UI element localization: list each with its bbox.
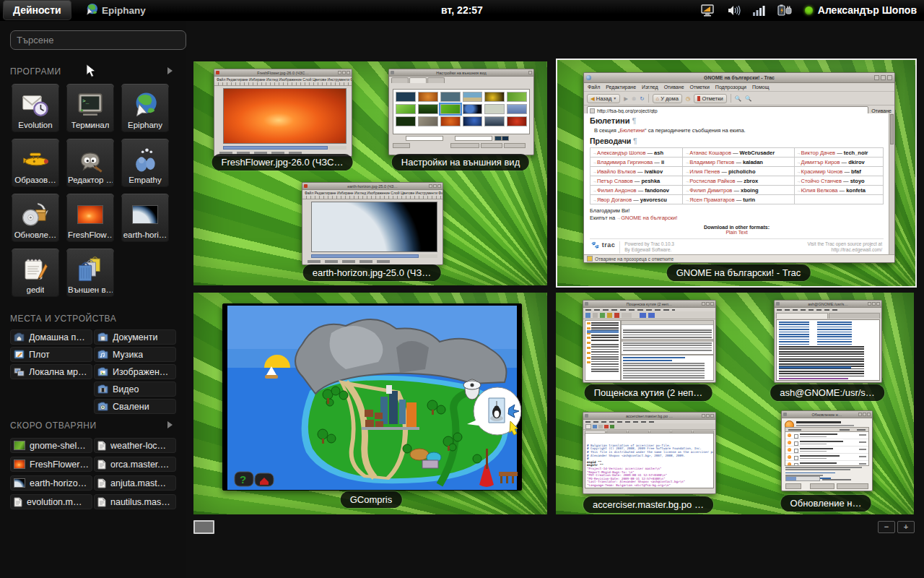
back-button[interactable]: ◀Назад▼ xyxy=(587,94,620,103)
app-tile-empathy[interactable]: Empathy xyxy=(121,139,169,187)
window-terminal[interactable]: ash@GNOME:/usr/s… xyxy=(774,300,882,383)
wallpaper-thumb[interactable] xyxy=(484,104,505,114)
programs-expand-icon[interactable] xyxy=(167,67,173,74)
app-tile-gcompris[interactable]: Образов… xyxy=(12,139,59,187)
edgewall-link[interactable]: http://trac.edgewall.com/ xyxy=(832,247,882,252)
wallpaper-thumb[interactable] xyxy=(396,116,416,126)
recent-item[interactable]: evolution.m… xyxy=(10,494,92,509)
go-button[interactable]: Отиване xyxy=(871,108,892,113)
menu-help[interactable]: Помощ xyxy=(752,85,769,90)
window-evolution-mailbox[interactable]: Пощенска кутия (2 неп… xyxy=(583,300,716,383)
translator-link[interactable]: Филип Андонов xyxy=(597,187,637,194)
translator-link[interactable]: Красимир Чонов xyxy=(801,168,843,175)
wallpaper-thumb[interactable] xyxy=(463,104,483,114)
window-gedit-pofile[interactable]: accerciser.master.bg.po … # Bulgarian tr… xyxy=(583,412,716,494)
remove-workspace-button[interactable]: − xyxy=(878,521,895,533)
recent-item[interactable]: FreshFlower… xyxy=(10,457,92,472)
menu-go[interactable]: Отиване xyxy=(664,85,684,90)
wallpaper-thumb[interactable] xyxy=(484,92,505,102)
add-workspace-button[interactable]: + xyxy=(897,521,915,533)
volume-icon[interactable] xyxy=(727,4,741,17)
translator-link[interactable]: Ясен Праматаров xyxy=(689,197,734,203)
wallpaper-thumb[interactable] xyxy=(440,116,461,126)
translator-link[interactable]: Димитър Киров xyxy=(801,159,840,165)
translator-link[interactable]: Атанас Кошаров xyxy=(689,150,731,156)
activities-button[interactable]: Дейности xyxy=(3,0,71,20)
user-menu[interactable]: Александър Шопов xyxy=(805,4,917,16)
wallpaper-thumb[interactable] xyxy=(440,104,461,114)
workspace-indicator[interactable] xyxy=(193,520,214,534)
translator-link[interactable]: Виктор Дачев xyxy=(801,150,835,156)
translator-link[interactable]: Илия Пенев xyxy=(689,168,720,175)
app-tile-epiphany[interactable]: Epiphany xyxy=(121,84,169,132)
wallpaper-thumb[interactable] xyxy=(440,92,461,102)
translator-link[interactable]: Александър Шопов xyxy=(597,150,645,156)
recent-item[interactable]: anjuta.mast… xyxy=(94,475,176,491)
translator-link[interactable]: Юлия Велкова xyxy=(801,187,838,194)
wallpaper-thumb[interactable] xyxy=(507,92,527,102)
app-tile-gedit[interactable]: gedit xyxy=(12,249,59,297)
menu-file[interactable]: Файл xyxy=(588,85,600,90)
translator-link[interactable]: Владимир Петков xyxy=(689,159,734,165)
search-input[interactable] xyxy=(10,30,186,50)
wallpaper-thumb[interactable] xyxy=(463,116,483,126)
place-item-downloads[interactable]: Свалени xyxy=(94,399,176,414)
install-button[interactable] xyxy=(837,483,868,489)
wallpaper-thumb[interactable] xyxy=(396,92,416,102)
translator-link[interactable]: Явор Доганов xyxy=(597,197,632,203)
wallpaper-thumb[interactable] xyxy=(484,116,505,126)
menu-tabs[interactable]: Подпрозорци xyxy=(715,85,746,90)
window-gimp-earth-horizon[interactable]: earth-horizon.jpg-25.0 (ЧЗ… Файл Редакти… xyxy=(302,182,443,265)
place-item-network[interactable]: Локална мр… xyxy=(10,364,92,379)
wallpaper-thumb[interactable] xyxy=(418,104,438,114)
app-tile-software-update[interactable]: Обновле… xyxy=(12,194,59,242)
place-item-pictures[interactable]: Изображен… xyxy=(94,364,176,379)
place-item-documents[interactable]: Документи xyxy=(94,329,176,345)
wallpaper-thumb[interactable] xyxy=(507,104,527,114)
app-tile-terminal[interactable]: >_ Терминал xyxy=(66,84,114,132)
place-item-home[interactable]: Домашна п… xyxy=(10,329,92,345)
app-tile-appearance[interactable]: Външен в… xyxy=(66,249,114,297)
window-gcompris[interactable]: ? xyxy=(222,303,522,491)
wallpaper-thumb[interactable] xyxy=(396,104,416,114)
menu-view[interactable]: Изглед xyxy=(642,85,658,90)
place-item-videos[interactable]: Видео xyxy=(94,381,176,397)
scrollbar[interactable] xyxy=(889,113,894,255)
app-tile-evolution[interactable]: Evolution xyxy=(12,84,59,132)
bulletins-link[interactable]: Бюлетини xyxy=(619,127,645,134)
recent-item[interactable]: nautilus.mas… xyxy=(94,494,176,509)
translator-link[interactable]: Петър Славов xyxy=(597,178,633,184)
plain-text-link[interactable]: Plain Text xyxy=(725,230,747,235)
focused-app-indicator[interactable]: Epiphany xyxy=(85,0,146,20)
wallpaper-thumb[interactable] xyxy=(418,92,438,102)
place-item-desktop[interactable]: Плот xyxy=(10,347,92,362)
window-appearance-settings[interactable]: Настройки на външния вид xyxy=(388,69,534,155)
recent-item[interactable]: orca.master.… xyxy=(94,457,176,472)
wallpaper-thumb[interactable] xyxy=(507,116,527,126)
window-software-updates[interactable]: Обновление н… xyxy=(781,410,873,491)
recent-item[interactable]: weather-loc… xyxy=(94,438,176,453)
window-gimp-freshflower[interactable]: FreshFlower.jpg-26.0 (ЧЗС… Файл Редактир… xyxy=(214,69,352,157)
recent-item[interactable]: earth-horizo… xyxy=(10,475,92,491)
team-link[interactable]: GNOME на български! xyxy=(621,215,677,221)
translator-link[interactable]: Стойчо Станчев xyxy=(801,178,842,184)
recent-expand-icon[interactable] xyxy=(167,421,173,428)
translator-link[interactable]: Ивайло Вълков xyxy=(597,168,636,175)
menu-bookmarks[interactable]: Отметки xyxy=(690,85,710,90)
network-signal-icon[interactable] xyxy=(753,5,766,16)
app-tile-earth-image[interactable]: earth-hori… xyxy=(121,194,169,242)
wallpaper-thumb[interactable] xyxy=(418,116,438,126)
display-icon[interactable] xyxy=(701,4,715,17)
recent-item[interactable]: gnome-shel… xyxy=(10,438,92,453)
clock[interactable]: вт, 22:57 xyxy=(441,0,483,20)
translator-link[interactable]: Владимира Гиргинова xyxy=(597,159,653,165)
terminal-tabs[interactable] xyxy=(775,312,881,319)
battery-icon[interactable] xyxy=(777,4,793,17)
app-tile-freshflower-image[interactable]: FreshFlow… xyxy=(66,194,114,242)
check-button[interactable] xyxy=(810,483,834,489)
window-epiphany-trac[interactable]: GNOME на български! - Trac Файл Редактир… xyxy=(583,72,895,263)
translator-link[interactable]: Филип Димитров xyxy=(689,187,732,194)
wallpaper-thumb[interactable] xyxy=(463,92,483,102)
translator-link[interactable]: Ростислав Райков xyxy=(689,178,735,184)
bookmarks-button[interactable]: Отметки xyxy=(694,94,726,103)
